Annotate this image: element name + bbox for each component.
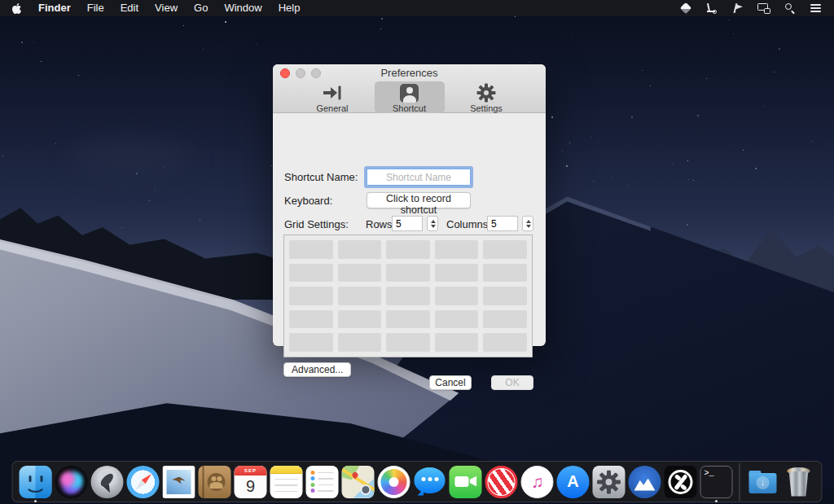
dock-messages-icon[interactable] xyxy=(413,462,447,502)
shortcut-name-label: Shortcut Name: xyxy=(284,171,358,183)
ok-button[interactable]: OK xyxy=(491,375,533,390)
grid-cell[interactable] xyxy=(483,333,527,352)
dock-facetime-icon[interactable] xyxy=(449,462,483,502)
login-arrow-icon xyxy=(322,83,343,103)
menu-finder[interactable]: Finder xyxy=(37,0,79,16)
tab-shortcut-label: Shortcut xyxy=(393,103,426,113)
displays-icon[interactable] xyxy=(757,2,770,15)
dock-red-striped-app-icon[interactable] xyxy=(485,462,519,502)
dock-circle-slash-app-icon[interactable] xyxy=(664,462,698,502)
dock-separator xyxy=(740,463,740,501)
dock-safari-icon[interactable] xyxy=(126,462,160,502)
running-indicator xyxy=(715,500,718,502)
grid-cell[interactable] xyxy=(289,240,333,259)
grid-cell[interactable] xyxy=(483,310,527,329)
grid-cell[interactable] xyxy=(435,310,479,329)
minimize-button[interactable] xyxy=(296,68,305,78)
apple-logo-icon xyxy=(11,2,22,15)
tab-settings-label: Settings xyxy=(470,103,503,113)
dock: SEP9 ♫ A xyxy=(12,461,823,502)
grid-cell[interactable] xyxy=(435,287,479,305)
keyboard-label: Keyboard: xyxy=(284,195,332,207)
gear-icon xyxy=(476,83,496,103)
grid-cell[interactable] xyxy=(386,264,430,283)
dock-launchpad-icon[interactable] xyxy=(90,462,125,502)
close-button[interactable] xyxy=(280,68,290,78)
grid-cell[interactable] xyxy=(386,333,430,352)
dock-notes-icon[interactable] xyxy=(270,462,304,502)
dock-finder-icon[interactable] xyxy=(19,462,53,502)
record-shortcut-button[interactable]: Click to record shortcut xyxy=(367,192,471,208)
hand-truck-icon[interactable] xyxy=(705,2,718,15)
menu-edit[interactable]: Edit xyxy=(112,0,147,16)
grid-cell[interactable] xyxy=(338,264,382,283)
dock-calendar-icon[interactable]: SEP9 xyxy=(234,462,268,502)
dock-downloads-icon[interactable]: ↓ xyxy=(746,462,780,502)
grid-cell[interactable] xyxy=(289,264,333,283)
tab-settings[interactable]: Settings xyxy=(451,81,521,113)
rows-stepper[interactable] xyxy=(427,216,438,231)
grid-cell[interactable] xyxy=(289,287,333,305)
menu-view[interactable]: View xyxy=(147,0,186,16)
shortcut-grid-preview[interactable] xyxy=(283,234,533,357)
grid-cell[interactable] xyxy=(289,333,333,352)
wallpaper-cloud xyxy=(69,138,191,179)
grid-cell[interactable] xyxy=(435,333,479,352)
tab-general-label: General xyxy=(316,103,348,113)
grid-cell[interactable] xyxy=(338,240,382,259)
grid-settings-label: Grid Settings: xyxy=(284,218,349,230)
grid-cell[interactable] xyxy=(338,310,382,329)
window-content: Shortcut Name: Keyboard: Click to record… xyxy=(273,113,546,346)
window-toolbar: General Shortcut xyxy=(273,81,546,113)
dock-mountain-app-icon[interactable] xyxy=(628,462,662,502)
dock-contacts-icon[interactable] xyxy=(198,462,232,502)
menu-go[interactable]: Go xyxy=(186,0,216,16)
notification-list-icon[interactable] xyxy=(810,2,823,15)
dock-maps-icon[interactable] xyxy=(341,462,375,502)
grid-cell[interactable] xyxy=(483,264,527,283)
grid-cell[interactable] xyxy=(483,287,527,305)
grid-cell[interactable] xyxy=(289,310,333,329)
cancel-button[interactable]: Cancel xyxy=(429,375,472,390)
dock-siri-icon[interactable] xyxy=(55,462,89,502)
menu-bar: Finder File Edit View Go Window Help xyxy=(0,0,834,16)
dock-itunes-icon[interactable]: ♫ xyxy=(520,462,555,502)
dock-reminders-icon[interactable] xyxy=(305,462,340,502)
dock-mail-icon[interactable] xyxy=(162,462,196,502)
preferences-window: Preferences General Shortcut xyxy=(273,64,546,346)
grid-cell[interactable] xyxy=(386,240,430,259)
dock-photos-icon[interactable] xyxy=(377,462,411,502)
shortcut-name-input[interactable] xyxy=(367,169,471,186)
menu-window[interactable]: Window xyxy=(216,0,270,16)
running-indicator xyxy=(34,500,37,502)
advanced-button[interactable]: Advanced... xyxy=(283,362,351,377)
grid-cell[interactable] xyxy=(338,287,382,305)
grid-cell[interactable] xyxy=(386,287,430,305)
columns-input[interactable] xyxy=(487,216,518,231)
menu-help[interactable]: Help xyxy=(270,0,309,16)
columns-stepper[interactable] xyxy=(522,216,533,231)
flag-icon[interactable] xyxy=(731,2,744,15)
rows-input[interactable] xyxy=(392,216,423,231)
columns-label: Columns xyxy=(446,218,488,230)
dock-terminal-icon[interactable]: >_ xyxy=(700,462,734,502)
dock-system-preferences-icon[interactable] xyxy=(592,462,626,502)
grid-cell[interactable] xyxy=(435,240,479,259)
tab-general[interactable]: General xyxy=(297,81,367,113)
zoom-button[interactable] xyxy=(311,68,321,78)
tab-shortcut[interactable]: Shortcut xyxy=(375,81,445,113)
grid-cell[interactable] xyxy=(338,333,382,352)
grid-cell[interactable] xyxy=(386,310,430,329)
person-card-icon xyxy=(400,83,419,103)
diamond-icon[interactable] xyxy=(679,2,692,15)
grid-cell[interactable] xyxy=(483,240,527,259)
desktop[interactable]: Finder File Edit View Go Window Help Pre… xyxy=(0,0,834,504)
apple-menu[interactable] xyxy=(11,2,22,15)
search-icon[interactable] xyxy=(784,2,797,15)
dock-app-store-icon[interactable]: A xyxy=(556,462,590,502)
window-titlebar[interactable]: Preferences xyxy=(273,64,546,81)
grid-cell[interactable] xyxy=(435,264,479,283)
rows-label: Rows xyxy=(366,218,393,230)
trash-icon[interactable] xyxy=(782,462,816,502)
menu-file[interactable]: File xyxy=(79,0,112,16)
